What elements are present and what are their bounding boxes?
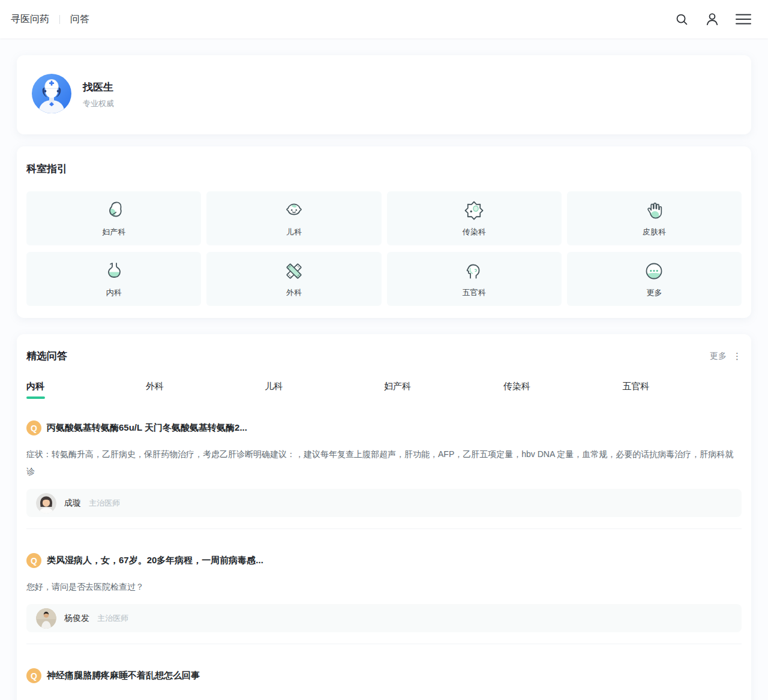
qa-list: Q 丙氨酸氨基转氨酶65u/L 天门冬氨酸氨基转氨酶2... 症状：转氨酶升高，… xyxy=(26,420,742,700)
department-tile-pediatrics[interactable]: 儿科 xyxy=(206,191,381,245)
find-doctor-subtitle: 专业权威 xyxy=(83,98,114,109)
infectious-icon xyxy=(463,200,485,224)
department-label: 传染科 xyxy=(463,227,486,238)
doctor-rank: 主治医师 xyxy=(89,498,120,509)
nav-right xyxy=(675,12,751,26)
doctor-row[interactable]: 杨俊发 主治医师 xyxy=(26,604,742,632)
tab-label: 传染科 xyxy=(503,381,530,391)
qa-item: Q 丙氨酸氨基转氨酶65u/L 天门冬氨酸氨基转氨酶2... 症状：转氨酶升高，… xyxy=(26,420,742,529)
department-label: 五官科 xyxy=(463,287,486,298)
tab-obstetrics[interactable]: 妇产科 xyxy=(384,381,503,399)
surgery-icon xyxy=(283,260,305,284)
user-icon[interactable] xyxy=(705,12,719,26)
doctor-rank: 主治医师 xyxy=(97,613,128,624)
find-doctor-text: 找医生 专业权威 xyxy=(83,80,114,109)
active-tab-indicator xyxy=(26,396,45,399)
tab-label: 外科 xyxy=(146,381,164,391)
question-text: 神经痛腿胳膊疼麻睡不着乱想怎么回事 xyxy=(47,670,200,681)
question-icon: Q xyxy=(26,420,41,435)
answer-text: 症状：转氨酶升高，乙肝病史，保肝药物治疗，考虑乙肝诊断明确建议：，建议每年复查上… xyxy=(26,446,742,480)
departments-card: 科室指引 妇产科 xyxy=(17,146,751,318)
nav-divider xyxy=(59,15,60,24)
find-doctor-title: 找医生 xyxy=(83,80,114,94)
tab-label: 妇产科 xyxy=(384,381,411,391)
tab-surgery[interactable]: 外科 xyxy=(146,381,265,399)
qa-item: Q 类风湿病人，女，67岁。20多年病程，一周前病毒感... 您好，请问是否去医… xyxy=(26,529,742,644)
department-label: 外科 xyxy=(286,287,302,298)
obstetrics-icon xyxy=(103,200,125,224)
tab-ent[interactable]: 五官科 xyxy=(622,381,742,399)
ent-icon xyxy=(463,260,485,284)
doctor-name: 成璇 xyxy=(64,498,81,509)
find-doctor-card[interactable]: 找医生 专业权威 xyxy=(17,55,751,134)
pediatrics-icon xyxy=(283,200,305,224)
department-tile-more[interactable]: 更多 xyxy=(567,252,742,306)
tab-pediatrics[interactable]: 儿科 xyxy=(265,381,384,399)
department-label: 皮肤科 xyxy=(643,227,666,238)
qa-more-label: 更多 xyxy=(710,351,727,362)
department-tile-dermatology[interactable]: 皮肤科 xyxy=(567,191,742,245)
internal-medicine-icon xyxy=(103,260,125,284)
featured-qa-card: 精选问答 更多 ⋮ 内科 外科 儿科 妇产科 传染科 五官科 Q 丙 xyxy=(17,334,751,700)
menu-icon[interactable] xyxy=(736,13,751,25)
tab-internal[interactable]: 内科 xyxy=(26,381,146,399)
department-tile-surgery[interactable]: 外科 xyxy=(206,252,381,306)
search-icon[interactable] xyxy=(675,13,689,26)
department-tile-obstetrics[interactable]: 妇产科 xyxy=(26,191,201,245)
qa-tabs: 内科 外科 儿科 妇产科 传染科 五官科 xyxy=(26,381,742,399)
qa-item: Q 胸部上方，中间疼痛，两个胳膊往里抠感觉疼痛，有的时... xyxy=(26,687,742,700)
tab-label: 内科 xyxy=(26,381,44,391)
top-nav: 寻医问药 问答 xyxy=(0,0,768,38)
qa-more-button[interactable]: 更多 ⋮ xyxy=(710,351,742,362)
answer-text: 您好，请问是否去医院检查过？ xyxy=(26,578,742,596)
department-tile-infectious[interactable]: 传染科 xyxy=(387,191,562,245)
qa-question-link[interactable]: Q 类风湿病人，女，67岁。20多年病程，一周前病毒感... xyxy=(26,553,742,568)
question-icon: Q xyxy=(26,668,41,683)
qa-question-link[interactable]: Q 神经痛腿胳膊疼麻睡不着乱想怎么回事 xyxy=(26,668,742,683)
doctor-photo-avatar xyxy=(36,608,56,629)
tab-label: 儿科 xyxy=(265,381,283,391)
dermatology-icon xyxy=(643,200,665,224)
question-text: 丙氨酸氨基转氨酶65u/L 天门冬氨酸氨基转氨酶2... xyxy=(47,422,247,434)
qa-title: 精选问答 xyxy=(26,349,67,363)
department-label: 更多 xyxy=(646,287,662,298)
qa-question-link[interactable]: Q 丙氨酸氨基转氨酶65u/L 天门冬氨酸氨基转氨酶2... xyxy=(26,420,742,435)
qa-header: 精选问答 更多 ⋮ xyxy=(26,349,742,363)
question-icon: Q xyxy=(26,553,41,568)
department-tile-ent[interactable]: 五官科 xyxy=(387,252,562,306)
doctor-row[interactable]: 成璇 主治医师 xyxy=(26,489,742,517)
department-tile-internal[interactable]: 内科 xyxy=(26,252,201,306)
kebab-menu-icon[interactable]: ⋮ xyxy=(733,351,742,360)
department-label: 妇产科 xyxy=(102,227,125,238)
nav-left: 寻医问药 问答 xyxy=(11,13,89,26)
doctor-photo-avatar xyxy=(36,493,56,513)
departments-grid: 妇产科 儿科 传染科 xyxy=(26,191,742,306)
tab-infectious[interactable]: 传染科 xyxy=(503,381,623,399)
qa-item: Q 神经痛腿胳膊疼麻睡不着乱想怎么回事 xyxy=(26,644,742,687)
nav-section-qa[interactable]: 问答 xyxy=(70,13,89,26)
question-text: 类风湿病人，女，67岁。20多年病程，一周前病毒感... xyxy=(47,555,263,566)
departments-title: 科室指引 xyxy=(26,162,742,176)
doctor-avatar xyxy=(31,73,72,116)
tab-label: 五官科 xyxy=(622,381,649,391)
department-label: 儿科 xyxy=(286,227,302,238)
department-label: 内科 xyxy=(106,287,122,298)
more-icon xyxy=(643,260,665,284)
brand-logo[interactable]: 寻医问药 xyxy=(11,13,49,26)
doctor-name: 杨俊发 xyxy=(64,613,89,624)
